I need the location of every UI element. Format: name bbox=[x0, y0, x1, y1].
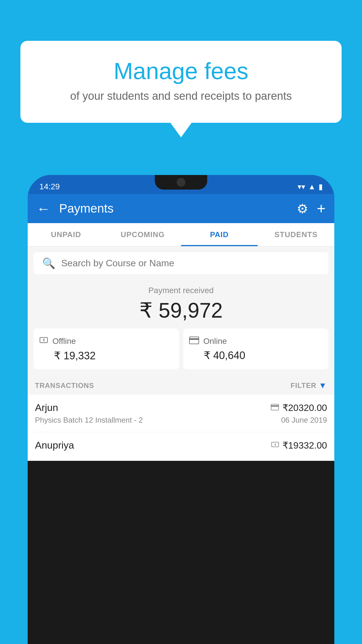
speech-bubble: Manage fees of your students and send re… bbox=[20, 41, 342, 123]
tab-paid[interactable]: PAID bbox=[181, 223, 258, 246]
svg-text:₹: ₹ bbox=[43, 338, 45, 343]
transactions-section-label: TRANSACTIONS bbox=[35, 382, 94, 390]
svg-rect-5 bbox=[271, 405, 279, 407]
transaction-detail-arjun: Physics Batch 12 Installment - 2 06 June… bbox=[35, 416, 327, 425]
add-icon[interactable]: + bbox=[317, 200, 326, 217]
offline-card-header: ₹ Offline bbox=[39, 336, 76, 347]
transaction-amount-wrap-arjun: ₹20320.00 bbox=[271, 402, 327, 413]
transaction-date-arjun: 06 June 2019 bbox=[281, 416, 327, 425]
tab-upcoming[interactable]: UPCOMING bbox=[104, 223, 181, 246]
back-button[interactable]: ← bbox=[36, 201, 50, 217]
search-input[interactable] bbox=[61, 258, 320, 269]
payment-received-label: Payment received bbox=[34, 286, 328, 295]
header-actions: ⚙ + bbox=[297, 200, 326, 217]
transaction-list: Arjun ₹20320.00 Physics bbox=[28, 395, 334, 461]
online-label: Online bbox=[203, 337, 227, 346]
transaction-item: Arjun ₹20320.00 Physics bbox=[28, 395, 334, 432]
phone-mockup: 14:29 ▾▾ ▲ ▮ ← Payments ⚙ + UNPAID UPCOM… bbox=[28, 175, 334, 644]
online-amount: ₹ 40,640 bbox=[189, 349, 245, 362]
svg-rect-2 bbox=[189, 337, 199, 344]
phone-frame: 14:29 ▾▾ ▲ ▮ ← Payments ⚙ + UNPAID UPCOM… bbox=[28, 175, 334, 644]
offline-icon: ₹ bbox=[39, 336, 48, 347]
transaction-name-anupriya: Anupriya bbox=[35, 440, 74, 451]
offline-amount: ₹ 19,332 bbox=[39, 350, 96, 362]
settings-icon[interactable]: ⚙ bbox=[297, 201, 308, 216]
svg-text:₹: ₹ bbox=[274, 443, 276, 447]
online-payment-icon-arjun bbox=[271, 403, 279, 412]
online-card: Online ₹ 40,640 bbox=[183, 328, 329, 369]
transaction-row-2: Anupriya ₹ ₹19332.00 bbox=[35, 440, 327, 451]
status-time: 14:29 bbox=[39, 182, 60, 191]
tab-bar: UNPAID UPCOMING PAID STUDENTS bbox=[28, 223, 334, 246]
transaction-amount-wrap-anupriya: ₹ ₹19332.00 bbox=[271, 440, 327, 451]
offline-card: ₹ Offline ₹ 19,332 bbox=[34, 328, 179, 369]
bubble-title: Manage fees bbox=[44, 58, 318, 84]
wifi-icon: ▾▾ bbox=[298, 182, 305, 191]
phone-notch bbox=[155, 175, 207, 190]
header-title: Payments bbox=[59, 202, 291, 216]
payment-total-amount: ₹ 59,972 bbox=[34, 298, 328, 323]
tab-students[interactable]: STUDENTS bbox=[258, 223, 334, 246]
online-card-header: Online bbox=[189, 336, 227, 346]
payment-summary: Payment received ₹ 59,972 ₹ bbox=[28, 277, 334, 375]
transaction-course-arjun: Physics Batch 12 Installment - 2 bbox=[35, 416, 143, 425]
signal-icon: ▲ bbox=[308, 182, 316, 191]
tab-unpaid[interactable]: UNPAID bbox=[28, 223, 104, 246]
transaction-item-anupriya: Anupriya ₹ ₹19332.00 bbox=[28, 432, 334, 461]
transaction-amount-arjun: ₹20320.00 bbox=[282, 402, 327, 413]
filter-icon: ▼ bbox=[319, 381, 327, 390]
svg-rect-4 bbox=[271, 404, 279, 410]
status-icons: ▾▾ ▲ ▮ bbox=[298, 182, 323, 191]
filter-label: FILTER bbox=[291, 382, 316, 390]
bubble-subtitle: of your students and send receipts to pa… bbox=[44, 90, 318, 102]
speech-bubble-container: Manage fees of your students and send re… bbox=[20, 41, 342, 123]
online-icon bbox=[189, 336, 199, 346]
payment-cards: ₹ Offline ₹ 19,332 bbox=[34, 328, 328, 369]
transactions-header: TRANSACTIONS FILTER ▼ bbox=[28, 375, 334, 395]
search-icon: 🔍 bbox=[42, 257, 55, 270]
search-bar[interactable]: 🔍 bbox=[34, 252, 328, 274]
battery-icon: ▮ bbox=[319, 182, 323, 191]
app-content: 🔍 Payment received ₹ 59,972 bbox=[28, 246, 334, 461]
svg-rect-3 bbox=[189, 338, 199, 340]
filter-button[interactable]: FILTER ▼ bbox=[291, 381, 327, 390]
phone-camera bbox=[177, 178, 185, 187]
transaction-row-1: Arjun ₹20320.00 bbox=[35, 402, 327, 413]
transaction-name-arjun: Arjun bbox=[35, 402, 58, 413]
transaction-amount-anupriya: ₹19332.00 bbox=[282, 440, 327, 451]
offline-label: Offline bbox=[52, 337, 76, 346]
offline-payment-icon-anupriya: ₹ bbox=[271, 441, 279, 450]
app-header: ← Payments ⚙ + bbox=[28, 194, 334, 223]
